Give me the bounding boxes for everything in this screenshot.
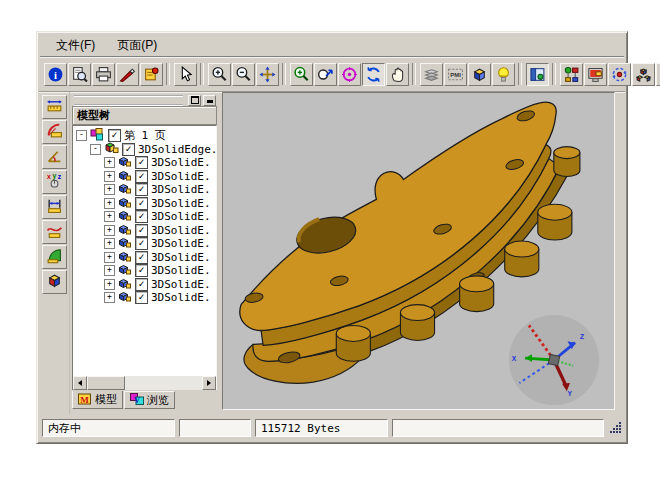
tree-checkbox[interactable]: ✓	[135, 224, 148, 237]
measure-distance-icon	[46, 197, 63, 217]
tree-item-label[interactable]: 3DSolidE.	[151, 210, 211, 223]
toolbar-button-zoom-out[interactable]	[232, 63, 255, 86]
tree-checkbox[interactable]: ✓	[135, 251, 148, 264]
tree-checkbox[interactable]: ✓	[135, 210, 148, 223]
toolbar-button-pan-arrows[interactable]	[256, 63, 279, 86]
zoom-window-icon	[293, 66, 310, 83]
axis-z-label: Z	[580, 333, 584, 340]
measure-button-measure-curve[interactable]	[42, 220, 67, 244]
tree-expander[interactable]: +	[104, 171, 115, 182]
toolbar-button-zoom-window[interactable]	[290, 63, 313, 86]
viewport-canvas[interactable]: Z Y X	[222, 92, 615, 410]
tab-model[interactable]: M模型	[72, 391, 123, 409]
tree-checkbox[interactable]: ✓	[135, 183, 148, 196]
tree-expander[interactable]: -	[90, 144, 101, 155]
tree-expander[interactable]: +	[104, 265, 115, 276]
tree-row-part-6: +✓3DSolidE.	[73, 224, 216, 238]
tree-checkbox[interactable]: ✓	[135, 197, 148, 210]
orientation-triad[interactable]: Z Y X	[506, 312, 602, 408]
toolbar-button-display-settings[interactable]	[584, 63, 607, 86]
tree-item-label[interactable]: 3DSolidE.	[151, 264, 211, 277]
tree-item-label[interactable]: 3DSolidE.	[151, 251, 211, 264]
tree-item-label[interactable]: 3DSolidE.	[151, 278, 211, 291]
tree-checkbox[interactable]: ✓	[135, 170, 148, 183]
display-settings-icon	[587, 66, 604, 83]
menu-file[interactable]: 文件(F)	[47, 35, 104, 56]
tree-row-part-1: +✓3DSolidE.	[73, 156, 216, 170]
tree-row-part-11: +✓3DSolidE.	[73, 291, 216, 305]
panel-hide-button[interactable]	[203, 95, 216, 106]
toolbar-button-about[interactable]: i	[44, 63, 67, 86]
tree-expander[interactable]: +	[104, 184, 115, 195]
measure-button-measure-angle[interactable]	[42, 145, 67, 169]
measure-button-measure-volume[interactable]	[42, 270, 67, 294]
tree-expander[interactable]: +	[104, 279, 115, 290]
toolbar-button-pan-hand[interactable]	[386, 63, 409, 86]
measure-button-measure-coordinate[interactable]: xyz	[42, 170, 67, 194]
axis-y-label: Y	[567, 390, 572, 397]
tree-row-part-9: +✓3DSolidE.	[73, 264, 216, 278]
size-grip[interactable]	[608, 419, 624, 437]
tree-checkbox[interactable]: ✓	[122, 143, 135, 156]
menu-page[interactable]: 页面(P)	[108, 35, 166, 56]
tree-item-label[interactable]: 3DSolidE.	[151, 197, 211, 210]
tree-item-label[interactable]: 3DSolidE.	[151, 170, 211, 183]
scroll-right-button[interactable]	[202, 376, 216, 390]
toolbar-button-orbit-target[interactable]	[338, 63, 361, 86]
toolbar-button-print[interactable]	[92, 63, 115, 86]
tree-item-label[interactable]: 3DSolidE.	[151, 237, 211, 250]
panel-caption: 模型树	[72, 106, 217, 125]
scroll-thumb[interactable]	[87, 376, 125, 390]
tree-expander[interactable]: +	[104, 225, 115, 236]
toolbar-button-rotate-center[interactable]	[608, 63, 631, 86]
tree-expander[interactable]: +	[104, 292, 115, 303]
toolbar-button-browser-panel[interactable]	[526, 63, 549, 86]
toolbar-button-layers[interactable]	[420, 63, 443, 86]
tree-item-label[interactable]: 第 1 页	[124, 128, 166, 143]
toolbar-button-view-cube[interactable]	[468, 63, 491, 86]
tree-checkbox[interactable]: ✓	[135, 264, 148, 277]
measure-button-measure-radius[interactable]	[42, 120, 67, 144]
scroll-right-icon	[207, 380, 211, 386]
toolbar-button-assembly-tree[interactable]	[560, 63, 583, 86]
panel-gripper[interactable]	[74, 95, 183, 106]
toolbar-button-zoom-extents[interactable]	[314, 63, 337, 86]
tree-item-label[interactable]: 3DSolidE.	[151, 291, 211, 304]
toolbar-button-zoom-in[interactable]	[208, 63, 231, 86]
measure-button-measure-length[interactable]	[42, 95, 67, 119]
measure-button-measure-area[interactable]	[42, 245, 67, 269]
toolbar-button-rotate-view[interactable]	[362, 63, 385, 86]
scroll-left-button[interactable]	[73, 376, 87, 390]
toolbar-button-print-preview[interactable]	[68, 63, 91, 86]
tree-expander[interactable]: -	[76, 130, 87, 141]
toolbar-button-light-bulb[interactable]	[492, 63, 515, 86]
tree-checkbox[interactable]: ✓	[135, 291, 148, 304]
tree-checkbox[interactable]: ✓	[135, 278, 148, 291]
tab-label: 浏览	[147, 393, 169, 408]
rotate-center-icon	[611, 66, 628, 83]
tree-item-label[interactable]: 3DSolidEdge.	[138, 143, 217, 156]
toolbar-button-pmi[interactable]: PMI	[444, 63, 467, 86]
toolbar-button-bom[interactable]: BOM	[656, 63, 660, 86]
tree-item-label[interactable]: 3DSolidE.	[151, 156, 211, 169]
toolbar-button-explode-view[interactable]	[632, 63, 655, 86]
tree-expander[interactable]: +	[104, 211, 115, 222]
select-cursor-icon	[177, 66, 194, 83]
tree-expander[interactable]: +	[104, 198, 115, 209]
toolbar-button-export-doc[interactable]	[140, 63, 163, 86]
panel-restore-button[interactable]	[188, 95, 201, 106]
tree-expander[interactable]: +	[104, 238, 115, 249]
tree-row-part-4: +✓3DSolidE.	[73, 197, 216, 211]
toolbar-button-redline-pen[interactable]	[116, 63, 139, 86]
tree-expander[interactable]: +	[104, 157, 115, 168]
tree-checkbox[interactable]: ✓	[135, 156, 148, 169]
tree-checkbox[interactable]: ✓	[135, 237, 148, 250]
measure-button-measure-distance[interactable]	[42, 195, 67, 219]
tree-expander[interactable]: +	[104, 252, 115, 263]
tab-browse[interactable]: V浏览	[124, 391, 175, 409]
tree-item-label[interactable]: 3DSolidE.	[151, 183, 211, 196]
toolbar-separator	[552, 63, 556, 85]
scroll-track[interactable]	[87, 376, 202, 390]
tree-item-label[interactable]: 3DSolidE.	[151, 224, 211, 237]
toolbar-button-select-cursor[interactable]	[174, 63, 197, 86]
